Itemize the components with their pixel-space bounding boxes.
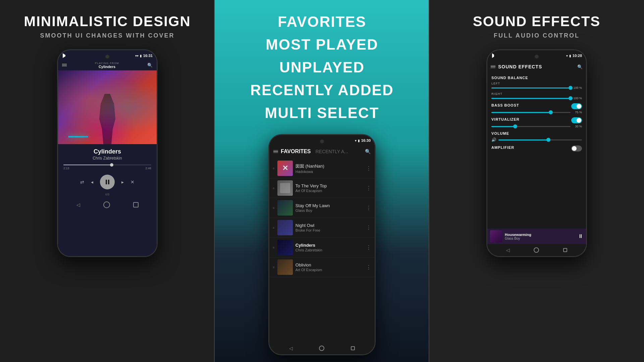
- playing-from-label: PLAYING FROM: [95, 62, 119, 65]
- fav-tab-inactive[interactable]: RECENTLY A...: [316, 149, 348, 154]
- song-meta-5: Cylinders Chris Zabretskin: [296, 243, 363, 252]
- left-slider[interactable]: [491, 87, 571, 88]
- home-btn-center[interactable]: [319, 346, 324, 351]
- drag-handle: ≡: [273, 167, 275, 170]
- back-btn-right[interactable]: ◁: [506, 247, 510, 253]
- song-meta-6: Oblivion Art Of Escapism: [296, 262, 363, 272]
- left-subtitle: SMOOTH UI CHANGES WITH COVER: [40, 32, 174, 39]
- virt-toggle[interactable]: [571, 117, 582, 123]
- now-playing-pause-btn[interactable]: ⏸: [578, 233, 583, 239]
- recents-btn-left[interactable]: [133, 202, 139, 207]
- bass-thumb: [549, 110, 553, 114]
- phone-camera-left: [105, 54, 110, 59]
- right-slider[interactable]: [491, 98, 571, 99]
- right-value: 100 %: [573, 97, 582, 100]
- amp-toggle[interactable]: [571, 145, 582, 152]
- virt-thumb: [513, 124, 517, 128]
- bass-slider[interactable]: [491, 112, 571, 113]
- song-art-2: [277, 180, 293, 196]
- back-btn-center[interactable]: ◁: [289, 346, 293, 351]
- vol-slider-row: 🔊: [491, 137, 582, 142]
- song-list: ≡ ✕ 囡囡 (NanNan) Hadokowa ⋮ ≡: [269, 159, 375, 342]
- search-icon-left[interactable]: 🔍: [147, 63, 153, 68]
- volume-icon: 🔊: [491, 137, 496, 142]
- amp-label: AMPLIFIER: [491, 145, 514, 149]
- now-playing-art: [490, 230, 502, 242]
- vol-label: VOLUME: [491, 131, 582, 135]
- menu-icon-right[interactable]: [491, 65, 495, 68]
- menu-icon-center[interactable]: [273, 150, 278, 153]
- fav-tab-active[interactable]: FAVORITES: [281, 148, 311, 155]
- list-item[interactable]: ≡ ✕ 囡囡 (NanNan) Hadokowa ⋮: [269, 159, 375, 178]
- amp-toggle-row: AMPLIFIER: [491, 145, 582, 152]
- more-icon-2[interactable]: ⋮: [366, 185, 371, 191]
- play-status-icon: [63, 53, 67, 58]
- track-info: Cylinders Chris Zabretskin: [58, 144, 157, 163]
- song-art-3: [277, 200, 293, 216]
- play-pause-btn[interactable]: [100, 175, 115, 189]
- right-thumb: [569, 96, 573, 100]
- more-icon-1[interactable]: ⋮: [366, 165, 371, 172]
- more-icon-3[interactable]: ⋮: [366, 205, 371, 211]
- phone-screen-right: ▾ ▮ 10:28 SOUND EFFECTS 🔍 SOUN: [487, 50, 586, 256]
- virt-fill: [491, 126, 515, 127]
- close-btn[interactable]: ✕: [130, 179, 135, 185]
- menu-icon[interactable]: [62, 64, 67, 67]
- balance-label: SOUND BALANCE: [491, 76, 582, 80]
- virt-value: 30 %: [573, 125, 582, 128]
- time-right: 10:28: [573, 54, 582, 58]
- virt-slider-row: 30 %: [491, 125, 582, 128]
- time-current: 2:13: [63, 167, 69, 170]
- virt-slider[interactable]: [491, 126, 571, 127]
- right-subtitle: FULL AUDIO CONTROL: [494, 32, 580, 39]
- search-icon-right[interactable]: 🔍: [577, 64, 583, 69]
- home-btn-right[interactable]: [534, 247, 539, 253]
- virtualizer-section: VIRTUALIZER 30 %: [491, 117, 582, 128]
- bass-fill: [491, 112, 551, 113]
- list-item[interactable]: ≡ Stay Off My Lawn Glass Boy ⋮: [269, 198, 375, 218]
- more-icon-4[interactable]: ⋮: [366, 225, 371, 231]
- list-item[interactable]: ≡ Cylinders Chris Zabretskin ⋮: [269, 238, 375, 257]
- song-title-1: 囡囡 (NanNan): [296, 163, 363, 169]
- phone-camera-right: [534, 54, 539, 59]
- next-btn[interactable]: ▸: [121, 179, 124, 185]
- effects-body: SOUND BALANCE LEFT 100 % RIGHT: [487, 74, 586, 229]
- feature-unplayed: UNPLAYED: [250, 59, 393, 76]
- right-channel-label: RIGHT: [491, 92, 582, 96]
- drag-handle: ≡: [273, 206, 275, 210]
- phone-left: ▾▾ ▮ 16:31 PLAYING FROM Cylinders 🔍: [57, 49, 158, 257]
- drag-handle: ≡: [273, 226, 275, 230]
- more-icon-5[interactable]: ⋮: [366, 244, 371, 251]
- song-title-2: To The Very Top: [296, 183, 363, 188]
- feature-list: FAVORITES MOST PLAYED UNPLAYED RECENTLY …: [250, 13, 393, 127]
- album-art: [58, 70, 157, 144]
- right-slider-row: 100 %: [491, 97, 582, 100]
- favorites-header: FAVORITES RECENTLY A... 🔍: [269, 144, 375, 159]
- progress-container[interactable]: 2:13 2:46: [58, 163, 157, 171]
- more-icon-6[interactable]: ⋮: [366, 264, 371, 270]
- list-item[interactable]: ≡ Night Owl Broke For Free ⋮: [269, 218, 375, 238]
- drag-handle: ≡: [273, 265, 275, 269]
- vol-slider[interactable]: [498, 139, 582, 140]
- shuffle-btn[interactable]: ⇄: [80, 179, 84, 185]
- prev-btn[interactable]: ◂: [91, 179, 93, 185]
- list-item[interactable]: ≡ To The Very Top Art Of Escapism ⋮: [269, 178, 375, 198]
- pause-icon: [106, 180, 109, 184]
- song-title-6: Oblivion: [296, 262, 363, 267]
- progress-fill: [63, 165, 112, 165]
- phone-right: ▾ ▮ 10:28 SOUND EFFECTS 🔍 SOUN: [486, 49, 587, 257]
- recents-btn-right[interactable]: [563, 248, 567, 252]
- battery-icon-right: ▮: [569, 54, 571, 58]
- home-btn-left[interactable]: [103, 201, 110, 208]
- progress-track[interactable]: [63, 165, 151, 165]
- bass-toggle[interactable]: [571, 103, 582, 109]
- recents-btn-center[interactable]: [351, 346, 355, 350]
- search-icon-center[interactable]: 🔍: [365, 149, 371, 154]
- bass-knob: [577, 104, 581, 109]
- bass-slider-row: 75 %: [491, 111, 582, 114]
- left-thumb: [569, 86, 573, 90]
- back-btn-left[interactable]: ◁: [76, 202, 80, 207]
- wifi-icon-right: ▾: [566, 54, 568, 58]
- list-item[interactable]: ≡ Oblivion Art Of Escapism ⋮: [269, 257, 375, 277]
- android-nav-center: ◁: [269, 342, 375, 354]
